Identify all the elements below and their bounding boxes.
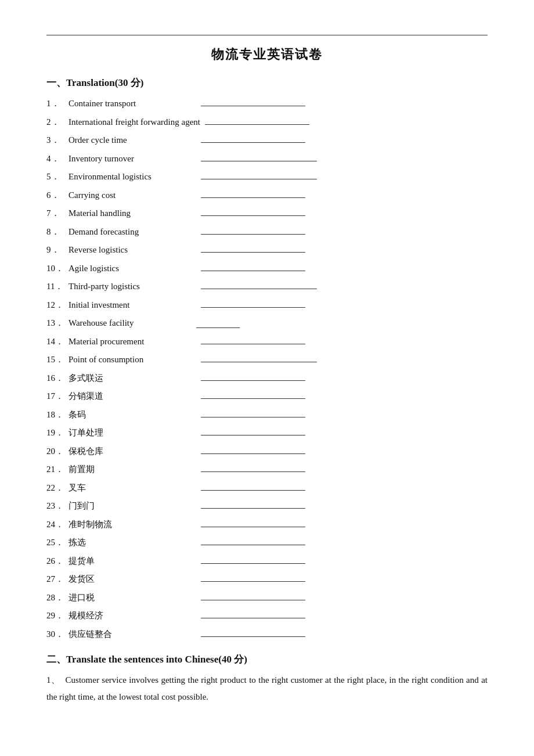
answer-line[interactable] xyxy=(201,224,305,235)
translation-item: 29．规模经济 xyxy=(46,607,488,624)
answer-line[interactable] xyxy=(201,388,305,399)
item-term: Reverse logistics xyxy=(68,242,196,258)
answer-line[interactable] xyxy=(201,352,317,362)
item-term: Material procurement xyxy=(68,333,196,350)
answer-line[interactable] xyxy=(205,114,309,125)
translation-item: 11．Third-party logistics xyxy=(46,278,488,295)
item-number: 21． xyxy=(46,461,68,478)
translation-item: 5．Environmental logistics xyxy=(46,168,488,185)
item-number: 9． xyxy=(46,242,68,258)
item-number: 17． xyxy=(46,388,68,405)
item-number: 1． xyxy=(46,95,68,112)
translation-item: 25．拣选 xyxy=(46,534,488,551)
answer-line[interactable] xyxy=(201,206,305,216)
answer-line[interactable] xyxy=(201,261,305,271)
item-number: 6． xyxy=(46,187,68,204)
item-number: 5． xyxy=(46,168,68,185)
translation-item: 24．准时制物流 xyxy=(46,516,488,533)
answer-line[interactable] xyxy=(201,627,305,637)
item-number: 22． xyxy=(46,480,68,496)
translation-item: 22．叉车 xyxy=(46,480,488,496)
answer-line[interactable] xyxy=(201,535,305,545)
answer-line[interactable] xyxy=(201,370,305,381)
item-number: 28． xyxy=(46,589,68,606)
item-term: Inventory turnover xyxy=(68,150,196,167)
item-number: 27． xyxy=(46,571,68,588)
section2-header: 二、Translate the sentences into Chinese(4… xyxy=(46,653,488,666)
answer-line[interactable] xyxy=(201,132,305,143)
translation-item: 16．多式联运 xyxy=(46,370,488,387)
item-number: 26． xyxy=(46,553,68,570)
item-term: 多式联运 xyxy=(68,370,196,387)
answer-line[interactable] xyxy=(201,279,317,289)
translation-item: 15．Point of consumption xyxy=(46,351,488,368)
answer-line[interactable] xyxy=(196,315,301,332)
item-number: 23． xyxy=(46,498,68,514)
answer-line[interactable] xyxy=(201,608,305,618)
item-term: 订单处理 xyxy=(68,424,196,441)
answer-line[interactable] xyxy=(201,188,305,198)
answer-line[interactable] xyxy=(201,444,305,454)
item-number: 8． xyxy=(46,224,68,240)
item-term: Environmental logistics xyxy=(68,168,196,185)
item-number: 10． xyxy=(46,260,68,277)
answer-line[interactable] xyxy=(201,151,317,161)
answer-line[interactable] xyxy=(201,96,305,106)
item-term: Point of consumption xyxy=(68,351,196,368)
item-number: 3． xyxy=(46,132,68,149)
answer-line[interactable] xyxy=(201,297,305,308)
section2-paragraph: 1、 Customer service involves getting the… xyxy=(46,672,488,705)
item-number: 19． xyxy=(46,424,68,441)
item-number: 30． xyxy=(46,626,68,643)
translation-item: 6．Carrying cost xyxy=(46,187,488,204)
item-term: Carrying cost xyxy=(68,187,196,204)
item-term: 条码 xyxy=(68,406,196,423)
answer-line[interactable] xyxy=(201,242,305,253)
answer-line[interactable] xyxy=(201,571,305,582)
translation-item: 2．International freight forwarding agent xyxy=(46,114,488,131)
item-term: Demand forecasting xyxy=(68,224,196,240)
item-term: 发货区 xyxy=(68,571,196,588)
translation-item: 9．Reverse logistics xyxy=(46,242,488,258)
translation-item: 14．Material procurement xyxy=(46,333,488,350)
item-term: Agile logistics xyxy=(68,260,196,277)
item-number: 18． xyxy=(46,406,68,423)
answer-line[interactable] xyxy=(201,169,317,179)
para-text: Customer service involves getting the ri… xyxy=(46,675,488,701)
translation-item: 17．分销渠道 xyxy=(46,388,488,405)
item-number: 11． xyxy=(46,278,68,295)
item-number: 25． xyxy=(46,534,68,551)
answer-line[interactable] xyxy=(201,407,305,417)
translation-item: 26．提货单 xyxy=(46,553,488,570)
item-term: 提货单 xyxy=(68,553,196,570)
answer-line[interactable] xyxy=(201,480,305,491)
item-term: 保税仓库 xyxy=(68,443,196,460)
para-num: 1、 xyxy=(46,675,63,685)
translation-item: 18．条码 xyxy=(46,406,488,423)
item-number: 13． xyxy=(46,315,68,332)
translation-item: 23．门到门 xyxy=(46,498,488,514)
answer-line[interactable] xyxy=(201,553,305,564)
item-number: 16． xyxy=(46,370,68,387)
item-term: Order cycle time xyxy=(68,132,196,149)
item-number: 4． xyxy=(46,150,68,167)
answer-line[interactable] xyxy=(201,498,305,509)
answer-line[interactable] xyxy=(201,590,305,600)
translation-item: 12．Initial investment xyxy=(46,297,488,314)
translation-item: 4．Inventory turnover xyxy=(46,150,488,167)
answer-line[interactable] xyxy=(201,334,305,344)
translation-item: 7．Material handling xyxy=(46,205,488,222)
answer-line[interactable] xyxy=(201,425,305,435)
translation-item: 19．订单处理 xyxy=(46,424,488,441)
item-term: 分销渠道 xyxy=(68,388,196,405)
answer-line[interactable] xyxy=(201,517,305,527)
translation-item: 28．进口税 xyxy=(46,589,488,606)
answer-line[interactable] xyxy=(201,462,305,472)
item-number: 14． xyxy=(46,333,68,350)
translation-item: 30．供应链整合 xyxy=(46,626,488,643)
item-number: 24． xyxy=(46,516,68,533)
translation-item: 13．Warehouse facility xyxy=(46,315,488,332)
item-number: 29． xyxy=(46,607,68,624)
item-number: 12． xyxy=(46,297,68,314)
item-term: 进口税 xyxy=(68,589,196,606)
